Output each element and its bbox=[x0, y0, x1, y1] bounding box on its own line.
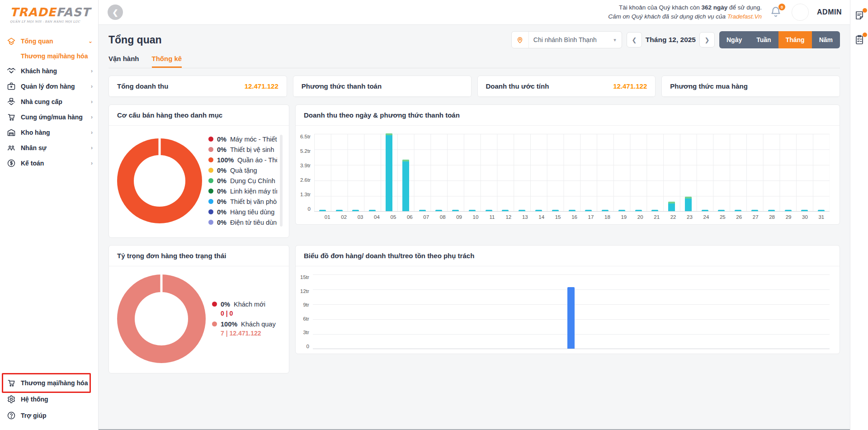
bar-day-17[interactable] bbox=[585, 210, 592, 211]
donut-hole bbox=[135, 292, 188, 345]
legend-dot bbox=[208, 137, 213, 142]
chart-title: Tỷ trọng đơn hàng theo trạng thái bbox=[117, 252, 226, 260]
legend-dot bbox=[208, 168, 213, 173]
account-notice: Tài khoản của Quý khách còn 362 ngày để … bbox=[608, 3, 762, 21]
bar-day-08[interactable] bbox=[435, 210, 442, 211]
legend-pct: 0% bbox=[217, 188, 226, 195]
legend-item: 0%Thiết bị văn phòng bbox=[208, 196, 277, 207]
bar-day-04[interactable] bbox=[369, 210, 376, 211]
sidebar-item-3[interactable]: Quản lý đơn hàng› bbox=[0, 79, 98, 94]
bar-day-25[interactable] bbox=[718, 210, 725, 211]
bar-day-28[interactable] bbox=[768, 210, 775, 211]
sidebar-item-2[interactable]: Khách hàng› bbox=[0, 63, 98, 79]
legend-label: Hàng tiêu dùng bbox=[230, 208, 274, 216]
x-tick-label: 01 bbox=[319, 214, 335, 220]
tab-0[interactable]: Vận hành bbox=[108, 55, 139, 68]
bar-day-03[interactable] bbox=[352, 210, 359, 211]
x-tick-label: 23 bbox=[681, 214, 698, 220]
x-tick-label: 07 bbox=[418, 214, 434, 220]
sidebar-bottom-item-0[interactable]: Thương mại/hàng hóa bbox=[0, 375, 98, 391]
staff-revenue-bar-chart[interactable]: 15tr12tr9tr6tr3tr0 bbox=[296, 266, 840, 354]
date-label: Tháng 12, 2025 bbox=[646, 36, 696, 44]
period-button-1[interactable]: Tuần bbox=[749, 31, 778, 48]
sidebar-subitem-label: Thương mại/hàng hóa bbox=[21, 52, 88, 60]
back-button[interactable]: ❮ bbox=[108, 5, 123, 20]
sidebar-item-0[interactable]: Tổng quan⌄ bbox=[0, 33, 98, 49]
bar-day-27[interactable] bbox=[751, 210, 758, 211]
bar-day-24[interactable] bbox=[702, 210, 708, 211]
brand-name-secondary: FAST bbox=[56, 5, 90, 19]
bar-day-09[interactable] bbox=[452, 210, 459, 211]
plot-area bbox=[314, 134, 830, 212]
bar-day-13[interactable] bbox=[519, 210, 525, 211]
sidebar-bottom-item-1[interactable]: Hệ thống bbox=[0, 391, 98, 407]
legend-item: 0%Hàng tiêu dùng bbox=[208, 207, 277, 217]
next-month-button[interactable]: ❯ bbox=[699, 32, 715, 47]
tasks-icon[interactable] bbox=[853, 33, 866, 46]
bar-day-12[interactable] bbox=[502, 210, 509, 211]
legend-item: 0%Thiết bị vệ sinh bbox=[208, 144, 277, 155]
bar-day-06[interactable] bbox=[402, 160, 409, 211]
x-tick-label: 04 bbox=[368, 214, 385, 220]
notes-icon[interactable] bbox=[853, 9, 866, 22]
bar-day-[interactable] bbox=[567, 287, 575, 349]
sidebar-item-6[interactable]: Kho hàng› bbox=[0, 125, 98, 140]
bar-day-19[interactable] bbox=[618, 210, 625, 211]
bar-day-07[interactable] bbox=[419, 210, 426, 211]
y-tick-label: 9tr bbox=[303, 302, 309, 307]
sidebar-item-5[interactable]: Cung ứng/mua hàng› bbox=[0, 109, 98, 125]
bar-day-15[interactable] bbox=[552, 210, 559, 211]
bar-day-05[interactable] bbox=[386, 133, 392, 211]
notification-bell-icon[interactable]: 0 bbox=[770, 5, 783, 19]
x-tick-label: 31 bbox=[813, 214, 830, 220]
category-donut-chart[interactable] bbox=[117, 138, 202, 223]
bar-day-02[interactable] bbox=[336, 210, 343, 211]
bar-day-10[interactable] bbox=[469, 210, 476, 211]
x-tick-label: 06 bbox=[401, 214, 418, 220]
bar-day-11[interactable] bbox=[486, 210, 492, 211]
sidebar-item-7[interactable]: Nhân sự› bbox=[0, 140, 98, 156]
bar-day-31[interactable] bbox=[818, 210, 825, 211]
legend-label: Quần áo - Thời t... bbox=[237, 156, 277, 164]
bar-day-29[interactable] bbox=[785, 210, 792, 211]
prev-month-button[interactable]: ❮ bbox=[627, 32, 642, 47]
period-button-0[interactable]: Ngày bbox=[719, 31, 749, 48]
main-area: ❮ Tài khoản của Quý khách còn 362 ngày đ… bbox=[99, 0, 850, 430]
legend-detail: 0 | 0 bbox=[212, 309, 277, 319]
bar-day-21[interactable] bbox=[651, 210, 658, 211]
x-tick-label: 30 bbox=[797, 214, 813, 220]
status-donut-chart[interactable] bbox=[117, 274, 206, 363]
bar-day-01[interactable] bbox=[319, 210, 326, 211]
period-button-3[interactable]: Năm bbox=[812, 31, 840, 48]
tab-1[interactable]: Thống kê bbox=[152, 55, 182, 68]
x-tick-label: 27 bbox=[747, 214, 764, 220]
branch-select[interactable]: Chi nhánh Bình Thạnh ▾ bbox=[511, 31, 622, 48]
period-button-2[interactable]: Tháng bbox=[778, 31, 812, 48]
legend-label: Điện tử tiêu dùng bbox=[230, 219, 277, 226]
daily-revenue-bar-chart[interactable]: 6.5tr5.2tr3.9tr2.6tr1.3tr001020304050607… bbox=[296, 126, 840, 224]
bar-day-16[interactable] bbox=[569, 210, 576, 211]
bar-day-14[interactable] bbox=[535, 210, 542, 211]
x-tick-label: 21 bbox=[648, 214, 665, 220]
sidebar-bottom-item-2[interactable]: Trợ giúp bbox=[0, 407, 98, 424]
sidebar-item-4[interactable]: Nhà cung cấp› bbox=[0, 94, 98, 109]
legend-scrollbar[interactable] bbox=[280, 135, 283, 227]
avatar[interactable] bbox=[792, 4, 809, 21]
bar-day-22[interactable] bbox=[668, 202, 675, 211]
bar-day-18[interactable] bbox=[602, 210, 609, 211]
sidebar-item-8[interactable]: Kế toán› bbox=[0, 156, 98, 171]
bar-day-23[interactable] bbox=[685, 197, 692, 211]
y-tick-label: 3tr bbox=[303, 330, 309, 335]
x-tick-label: 09 bbox=[451, 214, 467, 220]
donut-hole bbox=[134, 155, 185, 207]
bar-cap bbox=[668, 202, 675, 203]
tradefast-link[interactable]: Tradefast.Vn bbox=[727, 13, 762, 20]
bar-day-26[interactable] bbox=[735, 210, 741, 211]
bar-day-20[interactable] bbox=[635, 210, 642, 211]
bar-day-30[interactable] bbox=[801, 210, 808, 211]
chart-title: Cơ cấu bán hàng theo danh mục bbox=[117, 111, 222, 119]
sidebar-subitem-thuong-mai[interactable]: Thương mại/hàng hóa bbox=[0, 49, 98, 63]
x-tick-label: 10 bbox=[467, 214, 484, 220]
brand-logo[interactable]: TRADEFAST QUẢN LÝ MỌI NƠI - BÁN HÀNG MỌI… bbox=[0, 0, 98, 26]
donut-gap bbox=[159, 138, 161, 156]
